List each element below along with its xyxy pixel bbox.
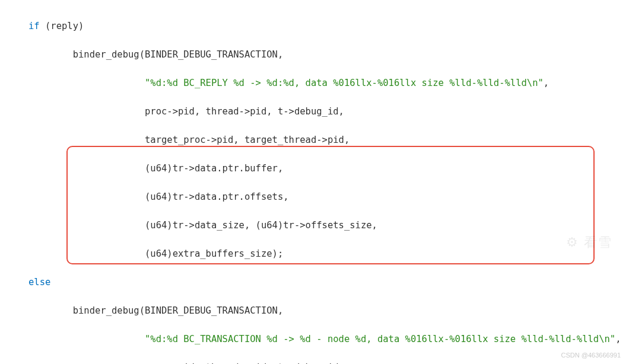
code-line: proc->pid, thread->pid, t->debug_id, [0, 104, 629, 119]
code-text: , [615, 334, 621, 344]
code-line: (u64)extra_buffers_size); [0, 247, 629, 261]
code-line: (u64)tr->data.ptr.offsets, [0, 190, 629, 204]
code-line: binder_debug(BINDER_DEBUG_TRANSACTION, [0, 47, 629, 62]
code-line: proc->pid, thread->pid, t->debug_id, [0, 360, 629, 364]
string-literal: "%d:%d BC_TRANSACTION %d -> %d - node %d… [145, 334, 615, 344]
code-text [28, 78, 145, 88]
code-line: binder_debug(BINDER_DEBUG_TRANSACTION, [0, 304, 629, 318]
string-literal: "%d:%d BC_REPLY %d -> %d:%d, data %016ll… [145, 78, 544, 88]
keyword-else: else [28, 277, 50, 288]
code-line: target_proc->pid, target_thread->pid, [0, 133, 629, 147]
code-text: (u64)extra_buffers_size); [28, 248, 283, 259]
code-line: "%d:%d BC_TRANSACTION %d -> %d - node %d… [0, 332, 629, 346]
code-text [28, 334, 145, 344]
code-line: (u64)tr->data_size, (u64)tr->offsets_siz… [0, 218, 629, 232]
code-line: if (reply) [0, 19, 629, 33]
code-text: proc->pid, thread->pid, t->debug_id, [28, 106, 344, 117]
code-text: , [544, 78, 549, 88]
code-text: (u64)tr->data_size, (u64)tr->offsets_siz… [28, 220, 377, 231]
code-text: binder_debug(BINDER_DEBUG_TRANSACTION, [28, 49, 283, 60]
code-text: (u64)tr->data.ptr.buffer, [28, 163, 283, 174]
keyword-if: if [28, 21, 40, 31]
code-text: target_proc->pid, target_thread->pid, [28, 135, 350, 145]
code-text: (reply) [40, 21, 84, 31]
code-line: (u64)tr->data.ptr.buffer, [0, 161, 629, 175]
code-line: else [0, 275, 629, 289]
code-block: if (reply) binder_debug(BINDER_DEBUG_TRA… [0, 0, 629, 364]
code-text: (u64)tr->data.ptr.offsets, [28, 191, 289, 202]
code-text: binder_debug(BINDER_DEBUG_TRANSACTION, [28, 305, 283, 316]
code-line: "%d:%d BC_REPLY %d -> %d:%d, data %016ll… [0, 76, 629, 90]
